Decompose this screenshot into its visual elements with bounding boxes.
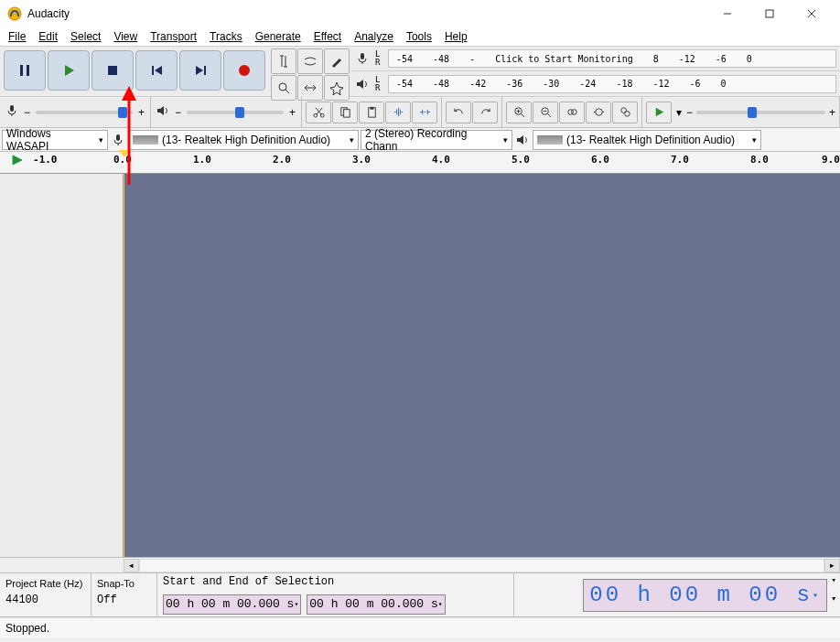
audio-position-display[interactable]: 00 h 00 m 00 s▾ — [583, 579, 827, 612]
svg-rect-2 — [766, 10, 773, 17]
svg-line-15 — [285, 90, 289, 93]
status-text: Stopped. — [5, 622, 49, 635]
menu-help[interactable]: Help — [438, 29, 474, 44]
svg-point-35 — [571, 110, 576, 115]
selection-start-field[interactable]: 00 h 00 m 00.000 s▾ — [163, 594, 301, 615]
recording-meter[interactable]: LR -54-48- Click to Start Monitoring 8-1… — [351, 47, 840, 71]
svg-point-38 — [624, 112, 630, 117]
menu-select[interactable]: Select — [64, 29, 107, 44]
svg-marker-41 — [517, 135, 523, 144]
speaker-icon — [353, 78, 372, 91]
svg-marker-10 — [155, 66, 162, 75]
waveform-canvas[interactable] — [124, 174, 840, 557]
recording-meter-scale[interactable]: -54-48- Click to Start Monitoring 8-12-6… — [388, 49, 836, 68]
svg-rect-25 — [370, 107, 373, 110]
svg-marker-7 — [65, 65, 74, 76]
svg-rect-12 — [204, 66, 206, 75]
menu-generate[interactable]: Generate — [249, 29, 307, 44]
record-button[interactable] — [223, 50, 265, 91]
menu-effect[interactable]: Effect — [307, 29, 348, 44]
svg-point-36 — [595, 109, 602, 116]
audio-host-combo[interactable]: Windows WASAPI — [2, 130, 108, 150]
stop-button[interactable] — [92, 50, 134, 91]
recording-device-combo[interactable]: (13- Realtek High Definition Audio) — [128, 130, 359, 150]
tools-toolbar — [269, 47, 351, 96]
speaker-icon — [156, 104, 169, 120]
menu-analyze[interactable]: Analyze — [348, 29, 400, 44]
track-control-panel — [0, 174, 124, 557]
envelope-tool[interactable] — [297, 48, 323, 74]
skip-start-button[interactable] — [135, 50, 178, 91]
playhead-icon[interactable] — [11, 154, 24, 169]
scroll-right-arrow[interactable]: ▸ — [824, 559, 840, 572]
svg-rect-9 — [152, 66, 154, 75]
menu-edit[interactable]: Edit — [32, 29, 64, 44]
annotation-arrow-icon — [120, 86, 138, 189]
playback-meter[interactable]: LR -54-48-42-36-30-24-18-12-60 — [351, 71, 840, 96]
selection-toolbar: Project Rate (Hz) 44100 Snap-To Off Star… — [0, 573, 840, 617]
play-at-speed-button[interactable] — [646, 102, 672, 123]
selection-mode-combo[interactable]: Start and End of Selection — [163, 575, 507, 594]
skip-end-button[interactable] — [179, 50, 221, 91]
minimize-button[interactable] — [706, 0, 748, 27]
horizontal-scrollbar[interactable]: ◂ ▸ — [0, 558, 840, 573]
redo-button[interactable] — [472, 102, 498, 123]
window-title: Audacity — [27, 7, 706, 20]
svg-rect-5 — [20, 65, 23, 76]
recording-channels-combo[interactable]: 2 (Stereo) Recording Chann — [361, 130, 512, 150]
svg-rect-23 — [343, 110, 350, 117]
zoom-in-button[interactable] — [506, 102, 532, 123]
scroll-left-arrow[interactable]: ◂ — [124, 559, 139, 572]
svg-marker-39 — [655, 108, 662, 116]
paste-button[interactable] — [359, 102, 384, 123]
selection-end-field[interactable]: 00 h 00 m 00.000 s▾ — [307, 594, 445, 615]
draw-tool[interactable] — [324, 48, 350, 74]
svg-marker-19 — [157, 106, 164, 115]
track-area[interactable] — [0, 174, 840, 558]
copy-button[interactable] — [332, 102, 358, 123]
playback-speed-slider[interactable] — [696, 111, 825, 114]
playback-volume-slider[interactable] — [187, 111, 284, 114]
snap-to-combo[interactable]: Off — [97, 594, 150, 612]
recording-volume-slider[interactable] — [36, 111, 133, 114]
mic-icon — [353, 52, 372, 65]
pause-button[interactable] — [4, 50, 46, 91]
menu-file[interactable]: File — [2, 29, 32, 44]
menu-view[interactable]: View — [107, 29, 144, 44]
status-bar: Stopped. — [0, 617, 840, 637]
playback-device-combo[interactable]: (13- Realtek High Definition Audio) — [533, 130, 761, 150]
svg-point-0 — [8, 7, 21, 20]
svg-rect-16 — [361, 53, 364, 59]
title-bar: Audacity — [0, 0, 840, 27]
fit-selection-button[interactable] — [559, 102, 585, 123]
app-icon — [7, 6, 22, 21]
menu-bar: File Edit Select View Transport Tracks G… — [0, 27, 840, 46]
svg-rect-6 — [27, 65, 29, 76]
play-button[interactable] — [48, 50, 90, 91]
undo-button[interactable] — [446, 102, 471, 123]
cut-button[interactable] — [306, 102, 331, 123]
close-button[interactable] — [791, 0, 833, 27]
zoom-toggle-button[interactable] — [612, 102, 638, 123]
fit-project-button[interactable] — [586, 102, 611, 123]
svg-marker-42 — [13, 155, 22, 165]
svg-point-14 — [279, 83, 286, 91]
silence-button[interactable] — [412, 102, 437, 123]
menu-transport[interactable]: Transport — [144, 29, 203, 44]
svg-line-28 — [521, 113, 524, 117]
playback-meter-scale[interactable]: -54-48-42-36-30-24-18-12-60 — [388, 75, 836, 93]
snap-to-label: Snap-To — [97, 578, 151, 589]
menu-tracks[interactable]: Tracks — [203, 29, 249, 44]
svg-rect-18 — [10, 105, 14, 112]
zoom-out-button[interactable] — [533, 102, 558, 123]
svg-point-13 — [239, 65, 250, 76]
svg-marker-17 — [357, 80, 363, 89]
project-rate-combo[interactable]: 44100 — [5, 594, 88, 612]
svg-marker-11 — [196, 66, 203, 75]
trim-button[interactable] — [385, 102, 411, 123]
maximize-button[interactable] — [748, 0, 791, 27]
speaker-icon — [514, 134, 531, 146]
svg-line-32 — [547, 113, 551, 117]
menu-tools[interactable]: Tools — [400, 29, 438, 44]
selection-tool[interactable] — [271, 48, 296, 74]
